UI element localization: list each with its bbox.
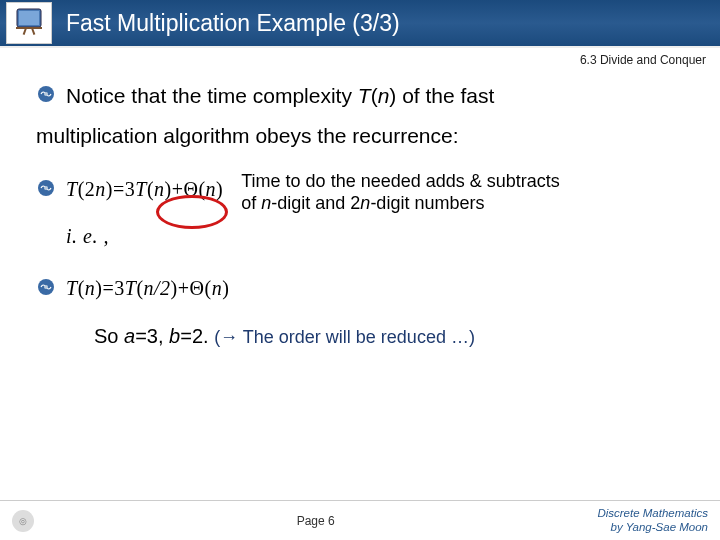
annot-line1: Time to do the needed adds & subtracts xyxy=(241,170,560,193)
svg-point-8 xyxy=(44,186,48,190)
page-number: Page 6 xyxy=(297,514,335,528)
svg-rect-4 xyxy=(16,27,42,29)
slide-footer: ◎ Page 6 Discrete Mathematics by Yang-Sa… xyxy=(0,500,720,540)
text-var: a xyxy=(124,325,135,347)
text: So xyxy=(94,325,124,347)
credit-line2: by Yang-Sae Moon xyxy=(597,521,708,535)
formula-1: T(2n)=3T(n)+Θ(n) xyxy=(66,170,223,208)
monitor-icon xyxy=(11,5,47,41)
bullet-icon xyxy=(36,84,56,104)
annot-line2: of n-digit and 2n-digit numbers xyxy=(241,192,560,215)
bullet-icon xyxy=(36,178,56,198)
credit-line1: Discrete Mathematics xyxy=(597,507,708,521)
slide-title: Fast Multiplication Example (3/3) xyxy=(66,10,400,37)
bullet-item-3: T(n)=3T(n/2)+Θ(n) xyxy=(36,269,684,307)
text: of the fast xyxy=(396,84,494,107)
text-var: T xyxy=(358,84,371,107)
text: Notice that the time complexity xyxy=(66,84,358,107)
slide-content: Notice that the time complexity T(n) of … xyxy=(0,48,720,355)
annotation: Time to do the needed adds & subtracts o… xyxy=(241,170,560,215)
slide-icon xyxy=(6,2,52,44)
footer-credit: Discrete Mathematics by Yang-Sae Moon xyxy=(597,507,708,535)
bullet-text-1: Notice that the time complexity T(n) of … xyxy=(66,76,494,156)
text: =2. xyxy=(180,325,214,347)
text-var: b xyxy=(169,325,180,347)
formula-row: T(2n)=3T(n)+Θ(n) Time to do the needed a… xyxy=(66,170,560,215)
bullet-icon xyxy=(36,277,56,297)
text: multiplication algorithm obeys the recur… xyxy=(36,124,459,147)
slide-header: Fast Multiplication Example (3/3) xyxy=(0,0,720,48)
formula-2: T(n)=3T(n/2)+Θ(n) xyxy=(66,269,229,307)
bullet-item-1: Notice that the time complexity T(n) of … xyxy=(36,76,684,156)
section-label: 6.3 Divide and Conquer xyxy=(580,48,706,67)
conclusion-line: So a=3, b=2. (→ The order will be reduce… xyxy=(94,317,684,355)
ie-text: i. e. , xyxy=(66,217,684,255)
bullet-item-2: T(2n)=3T(n)+Θ(n) Time to do the needed a… xyxy=(36,170,684,215)
text: ( xyxy=(371,84,378,107)
note-text: (→ The order will be reduced …) xyxy=(214,327,475,347)
text: =3, xyxy=(135,325,169,347)
text-line2: multiplication algorithm obeys the recur… xyxy=(36,116,494,156)
svg-point-10 xyxy=(44,285,48,289)
footer-logo-icon: ◎ xyxy=(12,510,34,532)
text-var: n xyxy=(378,84,390,107)
svg-rect-1 xyxy=(19,11,39,25)
svg-point-6 xyxy=(44,92,48,96)
